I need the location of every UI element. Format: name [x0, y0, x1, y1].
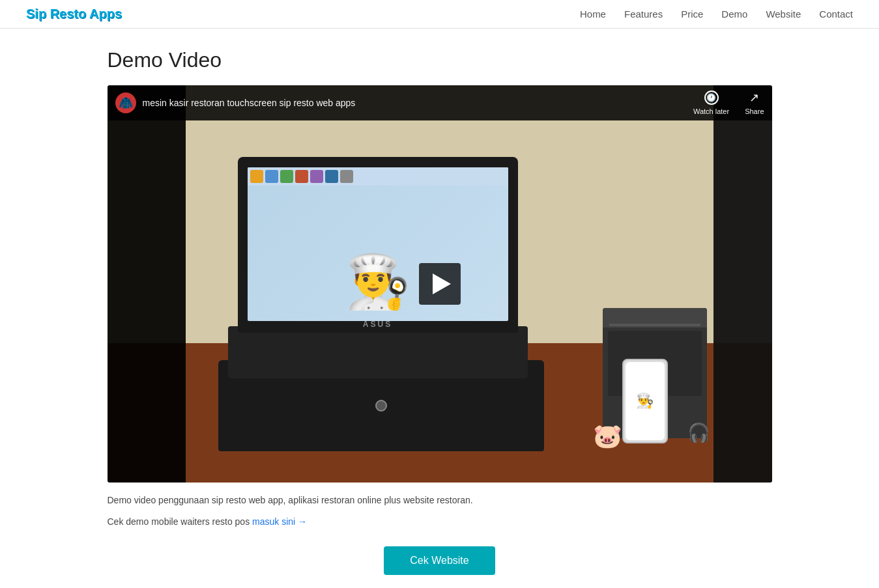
right-panel — [713, 85, 772, 483]
monitor-screen: 👨‍🍳 — [248, 167, 508, 321]
pig-figurine: 🐷 — [593, 423, 622, 450]
play-icon — [433, 273, 451, 294]
smartphone: 👨‍🍳 — [622, 359, 668, 443]
video-description: Demo video penggunaan sip resto web app,… — [108, 493, 772, 507]
demo-link[interactable]: masuk sini → — [252, 516, 307, 527]
chef-figure-screen: 👨‍🍳 — [345, 256, 411, 308]
main-content: Demo Video 🧥 mesin kasir restoran touchs… — [81, 29, 798, 588]
nav-website[interactable]: Website — [766, 8, 801, 20]
channel-avatar: 🧥 — [115, 92, 136, 113]
nav-home[interactable]: Home — [580, 8, 606, 20]
screen-toolbar — [248, 167, 508, 186]
share-label: Share — [745, 107, 764, 115]
video-title: mesin kasir restoran touchscreen sip res… — [143, 98, 693, 108]
cta-container: Cek Website — [108, 546, 772, 575]
video-player[interactable]: 🧥 mesin kasir restoran touchscreen sip r… — [108, 85, 772, 483]
share-icon: ↗ — [749, 91, 759, 105]
nav-demo[interactable]: Demo — [721, 8, 747, 20]
nav-price[interactable]: Price — [681, 8, 703, 20]
nav-features[interactable]: Features — [624, 8, 663, 20]
watch-later-button[interactable]: 🕐 Watch later — [693, 91, 729, 115]
page-title: Demo Video — [108, 48, 772, 72]
demo-prefix-text: Cek demo mobile waiters resto pos — [108, 516, 253, 527]
headphones: 🎧 — [687, 422, 710, 443]
header: Sip Resto Apps Home Features Price Demo … — [0, 0, 879, 29]
video-top-bar: 🧥 mesin kasir restoran touchscreen sip r… — [108, 85, 772, 120]
phone-screen: 👨‍🍳 — [626, 362, 665, 440]
left-panel — [108, 85, 186, 483]
watch-later-label: Watch later — [693, 107, 729, 115]
main-nav: Home Features Price Demo Website Contact — [580, 8, 853, 20]
description-text: Demo video penggunaan sip resto web app,… — [108, 495, 473, 505]
clock-icon: 🕐 — [704, 91, 719, 105]
monitor-drawer — [228, 326, 528, 378]
video-thumbnail: ASUS 👨‍🍳 — [108, 85, 772, 483]
nav-contact[interactable]: Contact — [819, 8, 853, 20]
demo-link-line: Cek demo mobile waiters resto pos masuk … — [108, 516, 772, 527]
play-button[interactable] — [419, 263, 461, 305]
logo: Sip Resto Apps — [26, 7, 122, 21]
share-button[interactable]: ↗ Share — [745, 91, 764, 115]
video-actions: 🕐 Watch later ↗ Share — [693, 91, 764, 115]
cek-website-button[interactable]: Cek Website — [384, 546, 495, 575]
